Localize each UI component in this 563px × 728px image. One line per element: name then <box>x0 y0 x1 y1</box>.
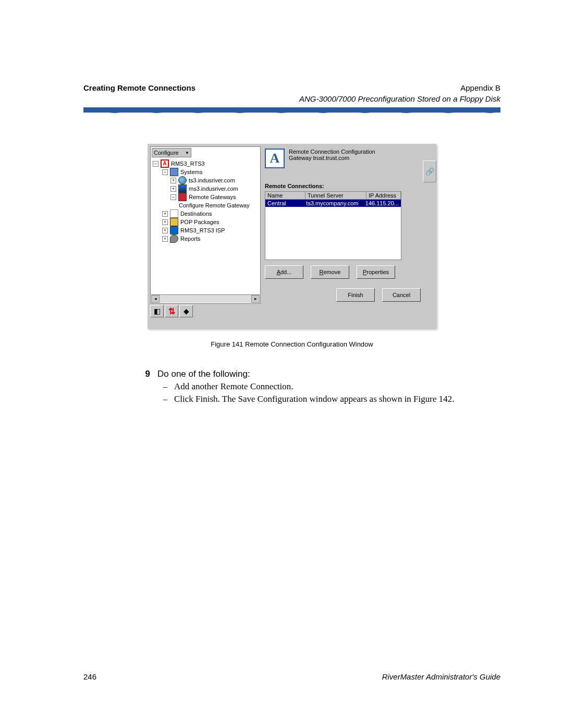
tree-systems[interactable]: Systems <box>180 169 202 175</box>
gateway-label: Gateway trust.trust.com <box>289 155 375 161</box>
properties-button[interactable]: Properties <box>357 265 395 279</box>
scroll-left-icon[interactable]: ◂ <box>151 295 160 303</box>
reports-icon <box>170 235 178 243</box>
server-icon <box>178 184 187 193</box>
expand-icon[interactable]: + <box>170 178 176 183</box>
bullet-dash: – <box>162 394 169 404</box>
figure-caption: Figure 141 Remote Connection Configurati… <box>83 340 500 348</box>
page-number: 246 <box>83 672 96 681</box>
tree-isp[interactable]: RMS3_RTS3 ISP <box>180 227 225 233</box>
configure-dropdown-label: Configure <box>154 150 179 156</box>
bullet-dash: – <box>162 381 169 392</box>
nav-tree[interactable]: −ARMS3_RTS3 −Systems +ts3.indusriver.com… <box>153 159 258 243</box>
remote-connections-label: Remote Connections: <box>265 183 423 189</box>
header-subtitle: ANG-3000/7000 Preconfiguration Stored on… <box>83 94 500 103</box>
expand-icon[interactable]: + <box>162 236 168 242</box>
right-panel: A Remote Connection Configuration Gatewa… <box>265 146 423 324</box>
tree-configure-remote[interactable]: Configure Remote Gateway <box>179 202 250 208</box>
col-name[interactable]: Name <box>265 192 305 199</box>
expand-icon[interactable]: + <box>162 211 168 217</box>
configure-dropdown[interactable]: Configure ▼ <box>152 148 191 157</box>
tree-root[interactable]: RMS3_RTS3 <box>171 161 205 167</box>
scroll-right-icon[interactable]: ▸ <box>251 295 260 303</box>
bullet-1: Add another Remote Connection. <box>174 381 293 392</box>
header-section-title: Creating Remote Connections <box>83 83 195 92</box>
tree-node-ts3[interactable]: ts3.indusriver.com <box>189 177 235 183</box>
cell-name: Central <box>265 200 304 207</box>
isp-icon <box>170 226 178 235</box>
col-ip[interactable]: IP Address <box>366 192 401 199</box>
tree-panel: Configure ▼ −ARMS3_RTS3 −Systems +ts3.in… <box>150 146 261 304</box>
step-number: 9 <box>141 369 150 379</box>
tree-node-ms3[interactable]: ms3.indusriver.com <box>189 186 238 192</box>
tree-destinations[interactable]: Destinations <box>180 211 212 217</box>
finish-button[interactable]: Finish <box>336 288 375 302</box>
step-text: Do one of the following: <box>157 369 250 379</box>
toolbar-button-1[interactable]: ◧ <box>150 305 164 317</box>
footer-guide: RiverMaster Administrator's Guide <box>382 672 500 681</box>
header-divider <box>83 107 500 113</box>
destinations-icon <box>170 209 178 218</box>
side-tab-icon[interactable]: 🔗 <box>423 161 436 182</box>
col-tunnel[interactable]: Tunnel Server <box>305 192 366 199</box>
tree-remote-gateways[interactable]: Remote Gateways <box>189 194 236 200</box>
tree-reports[interactable]: Reports <box>180 236 201 242</box>
table-row[interactable]: Central ts3.mycompany.com 146.115.20... <box>265 200 401 207</box>
pop-icon <box>170 218 178 226</box>
chevron-down-icon: ▼ <box>185 151 189 155</box>
horizontal-scrollbar[interactable]: ◂ ▸ <box>151 294 260 303</box>
expand-icon[interactable]: + <box>162 228 168 233</box>
toolbar-disk-icon[interactable]: ◆ <box>179 305 193 317</box>
cancel-button[interactable]: Cancel <box>382 288 421 302</box>
remote-gateways-icon <box>178 193 187 201</box>
cell-tunnel: ts3.mycompany.com <box>304 200 363 207</box>
bullet-2: Click Finish. The Save Configuration win… <box>174 394 455 404</box>
connections-table[interactable]: Name Tunnel Server IP Address Central ts… <box>265 191 401 260</box>
server-icon <box>178 176 187 184</box>
remove-button[interactable]: Remove <box>311 265 349 279</box>
collapse-icon[interactable]: − <box>170 194 176 200</box>
expand-icon[interactable]: + <box>170 186 176 192</box>
collapse-icon[interactable]: − <box>162 169 168 175</box>
collapse-icon[interactable]: − <box>153 161 158 167</box>
expand-icon[interactable]: + <box>162 219 168 225</box>
root-icon: A <box>161 159 169 168</box>
add-button[interactable]: Add... <box>265 265 303 279</box>
panel-title: Remote Connection Configuration <box>289 149 375 155</box>
header-appendix: Appendix B <box>460 83 500 92</box>
app-logo-icon: A <box>265 149 285 168</box>
config-window: Configure ▼ −ARMS3_RTS3 −Systems +ts3.in… <box>148 144 436 329</box>
tree-pop[interactable]: POP Packages <box>180 219 219 225</box>
cell-ip: 146.115.20... <box>363 200 401 207</box>
bottom-toolbar: ◧ ⇅ ◆ <box>150 305 193 317</box>
systems-icon <box>170 168 178 176</box>
toolbar-arrows-icon[interactable]: ⇅ <box>165 305 178 317</box>
